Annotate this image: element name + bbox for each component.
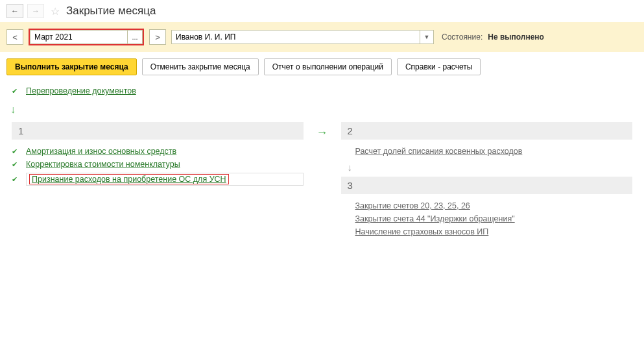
- column-1-header: 1: [12, 122, 304, 140]
- check-icon: ✔: [12, 175, 19, 184]
- period-next-button[interactable]: >: [149, 29, 166, 45]
- check-icon: ✔: [12, 87, 19, 95]
- usn-expenses-highlight: Признание расходов на приобретение ОС дл…: [29, 174, 229, 184]
- close-accounts-20-link[interactable]: Закрытие счетов 20, 23, 25, 26: [355, 201, 470, 210]
- reconduct-documents-link[interactable]: Перепроведение документов: [26, 86, 136, 95]
- amortization-link[interactable]: Амортизация и износ основных средств: [26, 147, 176, 156]
- insurance-contributions-link[interactable]: Начисление страховых взносов ИП: [355, 227, 489, 236]
- cancel-button[interactable]: Отменить закрытие месяца: [142, 58, 259, 75]
- report-button[interactable]: Отчет о выполнении операций: [264, 58, 392, 75]
- column-3-header: 3: [341, 177, 633, 194]
- favorite-star-icon[interactable]: ☆: [51, 5, 60, 18]
- close-account-44-link[interactable]: Закрытие счета 44 "Издержки обращения": [355, 214, 515, 223]
- cost-correction-link[interactable]: Корректировка стоимости номенклатуры: [26, 160, 180, 169]
- column-2-3: 2 Расчет долей списания косвенных расход…: [341, 122, 633, 238]
- usn-expenses-link[interactable]: Признание расходов на приобретение ОС дл…: [32, 175, 226, 184]
- organization-dropdown-button[interactable]: ▼: [420, 30, 434, 44]
- column-1: 1 ✔ Амортизация и износ основных средств…: [12, 122, 304, 188]
- references-button[interactable]: Справки - расчеты: [397, 58, 481, 75]
- flow-arrow-down-icon: ↓: [0, 100, 644, 119]
- period-input-highlight: ...: [29, 29, 144, 45]
- flow-arrow-right-icon: →: [316, 122, 328, 140]
- nav-back-button[interactable]: ←: [6, 4, 23, 18]
- usn-expenses-row: Признание расходов на приобретение ОС дл…: [26, 173, 304, 186]
- state-label: Состояние:: [442, 32, 483, 42]
- page-title: Закрытие месяца: [66, 5, 156, 18]
- indirect-costs-link[interactable]: Расчет долей списания косвенных расходов: [355, 147, 523, 156]
- flow-arrow-down-gray-icon: ↓: [341, 158, 633, 177]
- organization-input[interactable]: [171, 30, 420, 44]
- state-value: Не выполнено: [488, 32, 544, 42]
- nav-forward-button[interactable]: →: [27, 4, 44, 18]
- column-2-header: 2: [341, 122, 633, 140]
- check-icon: ✔: [12, 147, 19, 156]
- check-icon: ✔: [12, 160, 19, 169]
- period-select-button[interactable]: ...: [127, 30, 143, 44]
- period-prev-button[interactable]: <: [6, 29, 23, 45]
- execute-button[interactable]: Выполнить закрытие месяца: [6, 58, 137, 75]
- period-input[interactable]: [30, 30, 127, 44]
